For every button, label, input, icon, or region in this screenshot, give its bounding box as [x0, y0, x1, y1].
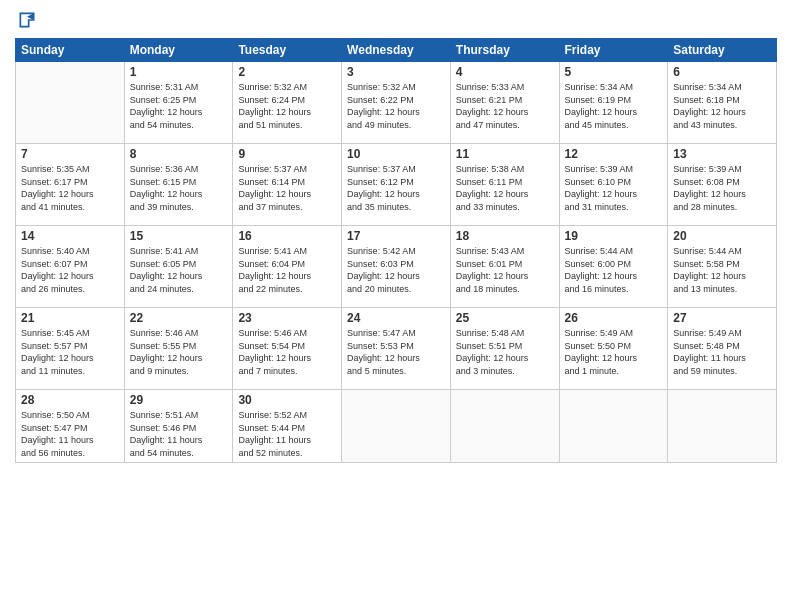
calendar-cell-1-2: 9Sunrise: 5:37 AM Sunset: 6:14 PM Daylig… [233, 144, 342, 226]
calendar-cell-4-1: 29Sunrise: 5:51 AM Sunset: 5:46 PM Dayli… [124, 390, 233, 463]
day-number: 26 [565, 311, 663, 325]
week-row-2: 14Sunrise: 5:40 AM Sunset: 6:07 PM Dayli… [16, 226, 777, 308]
cell-info: Sunrise: 5:49 AM Sunset: 5:50 PM Dayligh… [565, 327, 663, 377]
weekday-header-monday: Monday [124, 39, 233, 62]
day-number: 14 [21, 229, 119, 243]
cell-info: Sunrise: 5:51 AM Sunset: 5:46 PM Dayligh… [130, 409, 228, 459]
cell-info: Sunrise: 5:38 AM Sunset: 6:11 PM Dayligh… [456, 163, 554, 213]
cell-info: Sunrise: 5:42 AM Sunset: 6:03 PM Dayligh… [347, 245, 445, 295]
weekday-header-tuesday: Tuesday [233, 39, 342, 62]
calendar-cell-1-4: 11Sunrise: 5:38 AM Sunset: 6:11 PM Dayli… [450, 144, 559, 226]
day-number: 9 [238, 147, 336, 161]
calendar-cell-1-5: 12Sunrise: 5:39 AM Sunset: 6:10 PM Dayli… [559, 144, 668, 226]
calendar-cell-0-6: 6Sunrise: 5:34 AM Sunset: 6:18 PM Daylig… [668, 62, 777, 144]
cell-info: Sunrise: 5:40 AM Sunset: 6:07 PM Dayligh… [21, 245, 119, 295]
day-number: 16 [238, 229, 336, 243]
calendar-cell-1-6: 13Sunrise: 5:39 AM Sunset: 6:08 PM Dayli… [668, 144, 777, 226]
cell-info: Sunrise: 5:45 AM Sunset: 5:57 PM Dayligh… [21, 327, 119, 377]
week-row-1: 7Sunrise: 5:35 AM Sunset: 6:17 PM Daylig… [16, 144, 777, 226]
weekday-header-wednesday: Wednesday [342, 39, 451, 62]
day-number: 2 [238, 65, 336, 79]
calendar-cell-2-4: 18Sunrise: 5:43 AM Sunset: 6:01 PM Dayli… [450, 226, 559, 308]
day-number: 24 [347, 311, 445, 325]
cell-info: Sunrise: 5:34 AM Sunset: 6:19 PM Dayligh… [565, 81, 663, 131]
cell-info: Sunrise: 5:49 AM Sunset: 5:48 PM Dayligh… [673, 327, 771, 377]
weekday-header-friday: Friday [559, 39, 668, 62]
calendar-cell-3-6: 27Sunrise: 5:49 AM Sunset: 5:48 PM Dayli… [668, 308, 777, 390]
header [15, 10, 777, 30]
cell-info: Sunrise: 5:44 AM Sunset: 5:58 PM Dayligh… [673, 245, 771, 295]
day-number: 15 [130, 229, 228, 243]
calendar-cell-0-5: 5Sunrise: 5:34 AM Sunset: 6:19 PM Daylig… [559, 62, 668, 144]
calendar-cell-0-3: 3Sunrise: 5:32 AM Sunset: 6:22 PM Daylig… [342, 62, 451, 144]
calendar-cell-4-3 [342, 390, 451, 463]
cell-info: Sunrise: 5:39 AM Sunset: 6:08 PM Dayligh… [673, 163, 771, 213]
day-number: 6 [673, 65, 771, 79]
calendar-cell-3-4: 25Sunrise: 5:48 AM Sunset: 5:51 PM Dayli… [450, 308, 559, 390]
day-number: 28 [21, 393, 119, 407]
day-number: 29 [130, 393, 228, 407]
cell-info: Sunrise: 5:46 AM Sunset: 5:54 PM Dayligh… [238, 327, 336, 377]
weekday-header-sunday: Sunday [16, 39, 125, 62]
cell-info: Sunrise: 5:36 AM Sunset: 6:15 PM Dayligh… [130, 163, 228, 213]
weekday-header-thursday: Thursday [450, 39, 559, 62]
day-number: 13 [673, 147, 771, 161]
day-number: 22 [130, 311, 228, 325]
calendar-table: SundayMondayTuesdayWednesdayThursdayFrid… [15, 38, 777, 463]
calendar-cell-1-1: 8Sunrise: 5:36 AM Sunset: 6:15 PM Daylig… [124, 144, 233, 226]
calendar-cell-2-6: 20Sunrise: 5:44 AM Sunset: 5:58 PM Dayli… [668, 226, 777, 308]
cell-info: Sunrise: 5:41 AM Sunset: 6:04 PM Dayligh… [238, 245, 336, 295]
cell-info: Sunrise: 5:48 AM Sunset: 5:51 PM Dayligh… [456, 327, 554, 377]
calendar-cell-3-5: 26Sunrise: 5:49 AM Sunset: 5:50 PM Dayli… [559, 308, 668, 390]
calendar-cell-2-0: 14Sunrise: 5:40 AM Sunset: 6:07 PM Dayli… [16, 226, 125, 308]
day-number: 8 [130, 147, 228, 161]
day-number: 17 [347, 229, 445, 243]
calendar-cell-1-3: 10Sunrise: 5:37 AM Sunset: 6:12 PM Dayli… [342, 144, 451, 226]
day-number: 30 [238, 393, 336, 407]
cell-info: Sunrise: 5:52 AM Sunset: 5:44 PM Dayligh… [238, 409, 336, 459]
cell-info: Sunrise: 5:46 AM Sunset: 5:55 PM Dayligh… [130, 327, 228, 377]
day-number: 25 [456, 311, 554, 325]
day-number: 23 [238, 311, 336, 325]
day-number: 11 [456, 147, 554, 161]
week-row-4: 28Sunrise: 5:50 AM Sunset: 5:47 PM Dayli… [16, 390, 777, 463]
calendar-cell-3-2: 23Sunrise: 5:46 AM Sunset: 5:54 PM Dayli… [233, 308, 342, 390]
week-row-3: 21Sunrise: 5:45 AM Sunset: 5:57 PM Dayli… [16, 308, 777, 390]
calendar-cell-4-0: 28Sunrise: 5:50 AM Sunset: 5:47 PM Dayli… [16, 390, 125, 463]
day-number: 21 [21, 311, 119, 325]
calendar-cell-2-2: 16Sunrise: 5:41 AM Sunset: 6:04 PM Dayli… [233, 226, 342, 308]
calendar-cell-0-2: 2Sunrise: 5:32 AM Sunset: 6:24 PM Daylig… [233, 62, 342, 144]
cell-info: Sunrise: 5:39 AM Sunset: 6:10 PM Dayligh… [565, 163, 663, 213]
cell-info: Sunrise: 5:37 AM Sunset: 6:14 PM Dayligh… [238, 163, 336, 213]
cell-info: Sunrise: 5:44 AM Sunset: 6:00 PM Dayligh… [565, 245, 663, 295]
calendar-cell-2-1: 15Sunrise: 5:41 AM Sunset: 6:05 PM Dayli… [124, 226, 233, 308]
calendar-cell-0-1: 1Sunrise: 5:31 AM Sunset: 6:25 PM Daylig… [124, 62, 233, 144]
page: SundayMondayTuesdayWednesdayThursdayFrid… [0, 0, 792, 612]
cell-info: Sunrise: 5:31 AM Sunset: 6:25 PM Dayligh… [130, 81, 228, 131]
cell-info: Sunrise: 5:35 AM Sunset: 6:17 PM Dayligh… [21, 163, 119, 213]
calendar-cell-2-3: 17Sunrise: 5:42 AM Sunset: 6:03 PM Dayli… [342, 226, 451, 308]
day-number: 7 [21, 147, 119, 161]
cell-info: Sunrise: 5:32 AM Sunset: 6:22 PM Dayligh… [347, 81, 445, 131]
week-row-0: 1Sunrise: 5:31 AM Sunset: 6:25 PM Daylig… [16, 62, 777, 144]
calendar-cell-1-0: 7Sunrise: 5:35 AM Sunset: 6:17 PM Daylig… [16, 144, 125, 226]
cell-info: Sunrise: 5:34 AM Sunset: 6:18 PM Dayligh… [673, 81, 771, 131]
day-number: 18 [456, 229, 554, 243]
calendar-cell-4-5 [559, 390, 668, 463]
day-number: 4 [456, 65, 554, 79]
calendar-cell-0-0 [16, 62, 125, 144]
day-number: 27 [673, 311, 771, 325]
cell-info: Sunrise: 5:47 AM Sunset: 5:53 PM Dayligh… [347, 327, 445, 377]
calendar-cell-4-4 [450, 390, 559, 463]
day-number: 19 [565, 229, 663, 243]
cell-info: Sunrise: 5:50 AM Sunset: 5:47 PM Dayligh… [21, 409, 119, 459]
cell-info: Sunrise: 5:37 AM Sunset: 6:12 PM Dayligh… [347, 163, 445, 213]
logo-arrow-icon [17, 10, 37, 30]
logo [15, 10, 37, 30]
cell-info: Sunrise: 5:32 AM Sunset: 6:24 PM Dayligh… [238, 81, 336, 131]
day-number: 12 [565, 147, 663, 161]
day-number: 20 [673, 229, 771, 243]
calendar-cell-3-3: 24Sunrise: 5:47 AM Sunset: 5:53 PM Dayli… [342, 308, 451, 390]
weekday-header-row: SundayMondayTuesdayWednesdayThursdayFrid… [16, 39, 777, 62]
day-number: 3 [347, 65, 445, 79]
